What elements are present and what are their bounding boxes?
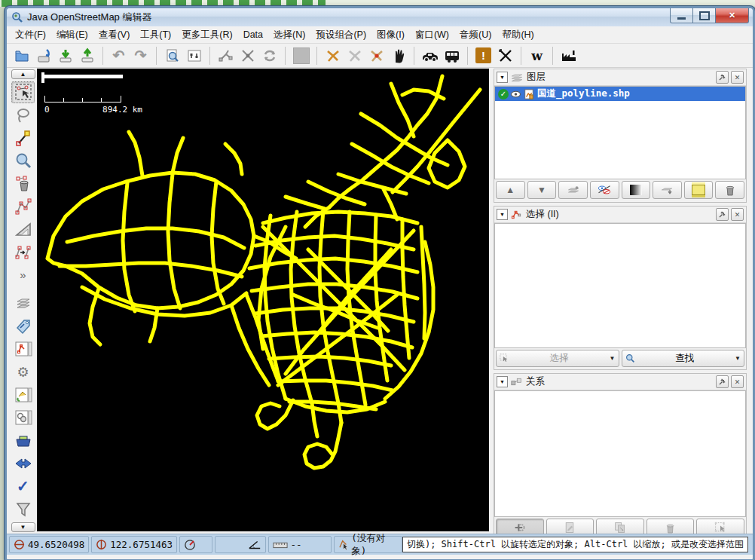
minimize-button[interactable] bbox=[670, 8, 693, 23]
layers-list[interactable]: ✓ 国道_polyline.shp bbox=[494, 86, 746, 179]
layer-activate-button[interactable] bbox=[558, 181, 588, 199]
wikipedia-preset-button[interactable]: w bbox=[527, 45, 547, 66]
angle-snap-tool-button[interactable] bbox=[11, 219, 35, 240]
titlebar[interactable]: Java OpenStreetMap 编辑器 ✕ bbox=[7, 8, 753, 26]
search-button[interactable] bbox=[162, 45, 182, 66]
toolbar-separator bbox=[521, 47, 521, 65]
lasso-tool-button[interactable] bbox=[11, 105, 35, 126]
download-button[interactable] bbox=[55, 45, 75, 66]
map-canvas[interactable]: 0 894.2 km bbox=[37, 69, 489, 531]
josm-window: Java OpenStreetMap 编辑器 ✕ 文件(F) 编辑(E) 查看(… bbox=[5, 6, 755, 560]
command-stack-panel-toggle[interactable] bbox=[11, 384, 35, 405]
layer-merge-button[interactable] bbox=[653, 181, 682, 199]
layer-show-hide-button[interactable] bbox=[590, 181, 619, 199]
menu-data[interactable]: Data bbox=[238, 27, 268, 42]
layer-duplicate-button[interactable] bbox=[684, 181, 714, 199]
unglue-tool-button[interactable] bbox=[366, 45, 387, 66]
close-panel-button[interactable]: ✕ bbox=[731, 375, 744, 388]
redo-icon: ↷ bbox=[135, 48, 147, 63]
junction-tool-disabled-button[interactable] bbox=[344, 45, 365, 66]
layer-move-up-button[interactable]: ▲ bbox=[496, 181, 525, 199]
pin-panel-button[interactable] bbox=[716, 208, 729, 221]
wireframe-toggle-button[interactable] bbox=[291, 45, 311, 66]
layer-row[interactable]: ✓ 国道_polyline.shp bbox=[495, 87, 745, 101]
menu-audio[interactable]: 音频(U) bbox=[454, 26, 497, 44]
select-tool-button[interactable] bbox=[11, 81, 35, 103]
chevron-down-icon[interactable]: ▼ bbox=[610, 355, 616, 362]
junction-gray-icon bbox=[347, 47, 363, 64]
menu-imagery[interactable]: 图像(I) bbox=[371, 26, 410, 44]
menu-selection[interactable]: 选择(N) bbox=[268, 26, 310, 44]
relations-list[interactable] bbox=[494, 390, 746, 517]
selection-panel-toggle[interactable] bbox=[11, 338, 35, 360]
menu-edit[interactable]: 编辑(E) bbox=[51, 26, 93, 44]
relations-panel-header: ▼ 关系 ✕ bbox=[494, 374, 746, 390]
split-way-button[interactable] bbox=[215, 45, 236, 66]
preferences-button[interactable] bbox=[184, 45, 204, 66]
relation-icon bbox=[511, 377, 522, 387]
conflict-panel-toggle[interactable] bbox=[11, 453, 35, 474]
car-preset-button[interactable] bbox=[420, 45, 440, 66]
pan-tool-button[interactable] bbox=[388, 45, 408, 66]
save-button[interactable] bbox=[33, 45, 53, 66]
menu-view[interactable]: 查看(V) bbox=[93, 26, 136, 44]
menu-windows[interactable]: 窗口(W) bbox=[410, 26, 454, 44]
refresh-button[interactable] bbox=[259, 45, 280, 66]
layer-move-down-button[interactable]: ▼ bbox=[527, 181, 557, 199]
collapse-icon[interactable]: ▼ bbox=[497, 209, 508, 220]
toolbar-scroll-down-button[interactable]: ▼ bbox=[11, 522, 35, 532]
more-tools-button[interactable]: » bbox=[11, 265, 35, 286]
open-button[interactable] bbox=[11, 45, 32, 66]
selection-select-button[interactable]: 选择 ▼ bbox=[496, 350, 619, 367]
duplicate-layer-icon bbox=[692, 185, 705, 195]
filter-panel-toggle[interactable] bbox=[11, 498, 35, 519]
visibility-eye-icon[interactable] bbox=[510, 90, 521, 99]
tags-panel-toggle[interactable] bbox=[11, 316, 35, 337]
pin-panel-button[interactable] bbox=[716, 71, 729, 84]
upload-button[interactable] bbox=[77, 45, 97, 66]
warning-preset-button[interactable]: ! bbox=[473, 45, 494, 66]
draw-node-tool-button[interactable] bbox=[11, 127, 35, 148]
active-layer-icon[interactable]: ✓ bbox=[498, 89, 509, 99]
close-panel-button[interactable]: ✕ bbox=[731, 208, 744, 221]
junction-tool-button[interactable] bbox=[322, 45, 343, 66]
map-styles-panel-toggle[interactable] bbox=[11, 407, 35, 428]
scale-bar bbox=[44, 75, 123, 78]
validator-panel-toggle[interactable]: ✓ bbox=[11, 476, 35, 497]
close-panel-button[interactable]: ✕ bbox=[731, 71, 744, 84]
close-button[interactable]: ✕ bbox=[716, 8, 749, 23]
pin-panel-button[interactable] bbox=[716, 375, 729, 388]
redo-button[interactable]: ↷ bbox=[130, 45, 151, 66]
relations-panel-toggle[interactable]: ⚙ bbox=[11, 362, 35, 383]
merge-way-button[interactable] bbox=[237, 45, 258, 66]
zoom-tool-button[interactable] bbox=[11, 150, 35, 171]
menu-file[interactable]: 文件(F) bbox=[10, 26, 51, 44]
chevron-down-icon[interactable]: ▼ bbox=[735, 355, 741, 362]
undo-button[interactable]: ↶ bbox=[109, 45, 129, 66]
distance-value: -- bbox=[291, 539, 302, 550]
restaurant-preset-button[interactable] bbox=[495, 45, 515, 66]
notes-toggle[interactable] bbox=[11, 430, 35, 451]
menu-more-tools[interactable]: 更多工具(R) bbox=[176, 26, 237, 44]
bus-preset-button[interactable] bbox=[442, 45, 462, 66]
parallel-way-tool-button[interactable] bbox=[11, 241, 35, 262]
selection-list[interactable] bbox=[494, 223, 746, 348]
follow-way-tool-button[interactable] bbox=[11, 196, 35, 217]
toolbar-separator bbox=[102, 47, 103, 65]
collapse-icon[interactable]: ▼ bbox=[497, 376, 508, 387]
selection-search-button[interactable]: 查找 ▼ bbox=[622, 350, 745, 367]
factory-preset-button[interactable] bbox=[558, 45, 579, 66]
collapse-icon[interactable]: ▼ bbox=[497, 72, 508, 83]
maximize-button[interactable] bbox=[693, 8, 716, 23]
layer-delete-button[interactable] bbox=[715, 181, 744, 199]
menu-tools[interactable]: 工具(T) bbox=[135, 26, 176, 44]
toolbar-scroll-up-button[interactable]: ▲ bbox=[11, 69, 35, 79]
layers-panel-toggle[interactable] bbox=[11, 293, 35, 314]
layer-opacity-button[interactable] bbox=[622, 181, 651, 199]
selection-panel-header: ▼ 选择 (II) ✕ bbox=[494, 207, 746, 223]
menu-presets[interactable]: 预设组合(P) bbox=[310, 26, 371, 44]
map-scale: 0 894.2 km bbox=[41, 75, 162, 78]
delete-tool-button[interactable] bbox=[11, 173, 35, 194]
menu-help[interactable]: 帮助(H) bbox=[497, 26, 539, 44]
activate-layer-icon bbox=[567, 185, 579, 195]
